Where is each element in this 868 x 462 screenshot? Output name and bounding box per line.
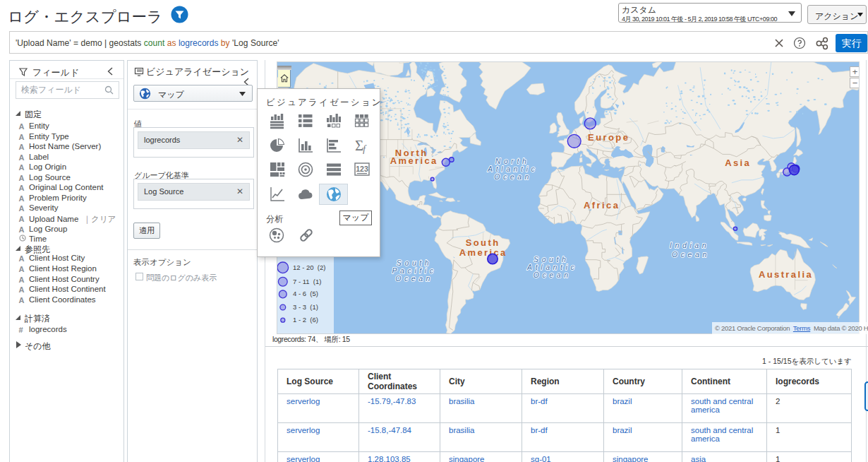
svg-text:South: South	[534, 255, 569, 263]
svg-text:Ocean: Ocean	[672, 250, 710, 259]
svg-text:Ocean: Ocean	[534, 271, 572, 279]
svg-text:Australia: Australia	[759, 269, 813, 280]
svg-text:123: 123	[356, 165, 368, 173]
svg-text:Europe: Europe	[588, 132, 629, 143]
svg-text:Ocean: Ocean	[395, 274, 433, 283]
svg-text:Africa: Africa	[584, 200, 620, 211]
svg-text:North: North	[495, 157, 530, 165]
svg-text:Ocean: Ocean	[494, 172, 532, 181]
svg-text:Indian: Indian	[670, 241, 709, 249]
svg-text:America: America	[459, 247, 507, 258]
svg-text:Asia: Asia	[725, 158, 751, 168]
svg-text:f: f	[363, 144, 367, 154]
svg-text:America: America	[390, 155, 438, 166]
